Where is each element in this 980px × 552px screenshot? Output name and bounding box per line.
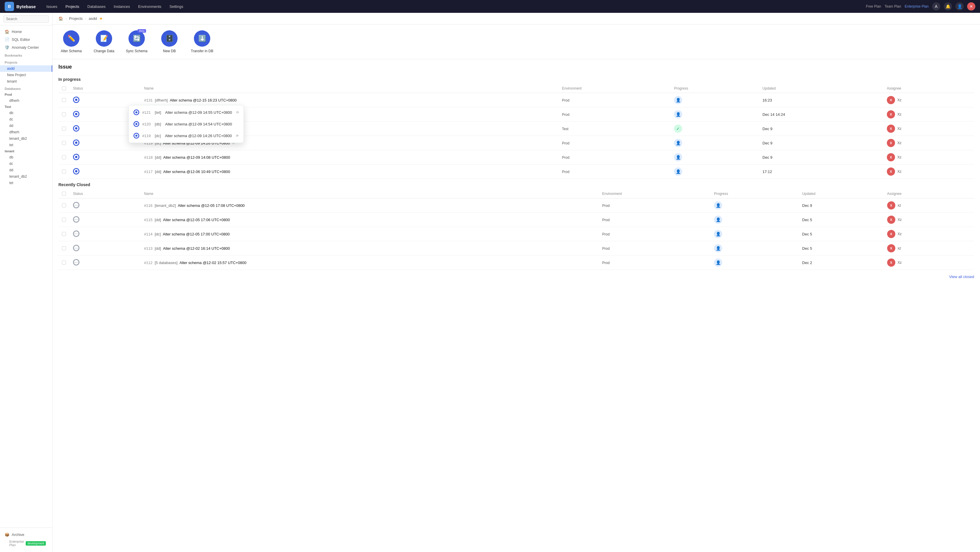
action-new-db[interactable]: 🗄️ New DB bbox=[158, 30, 181, 53]
row-checkbox[interactable] bbox=[62, 260, 66, 265]
nav-environments[interactable]: Environments bbox=[135, 3, 165, 11]
sidebar-db-dd-test[interactable]: dd bbox=[0, 122, 52, 129]
search-input[interactable] bbox=[3, 15, 49, 23]
th-assignee-closed: Assignee bbox=[884, 189, 974, 198]
nav-projects[interactable]: Projects bbox=[62, 3, 83, 11]
row-name[interactable]: #118 [dd] Alter schema @12-09 14:08 UTC+… bbox=[141, 150, 558, 165]
sidebar-db-tenant-db2-tenant[interactable]: tenant_db2 bbox=[0, 173, 52, 180]
row-assignee: X Xz bbox=[883, 136, 974, 150]
sidebar: 🏠 Home 📄 SQL Editor 🛡️ Anomaly Center Bo… bbox=[0, 13, 52, 552]
sidebar-item-anomaly-center[interactable]: 🛡️ Anomaly Center bbox=[0, 43, 52, 51]
dropdown-item-119[interactable]: #119 [dc] Alter schema @12-09 14:26 UTC+… bbox=[129, 130, 243, 141]
row-updated: Dec 5 bbox=[799, 241, 884, 255]
table-row[interactable]: #115 [dd] Alter schema @12-05 17:06 UTC+… bbox=[59, 213, 974, 227]
row-checkbox-cell bbox=[59, 255, 70, 270]
row-checkbox[interactable] bbox=[62, 246, 66, 250]
action-sync-schema[interactable]: Beta 🔄 Sync Schema bbox=[125, 30, 148, 53]
table-row[interactable]: #112 [5 databases] Alter schema @12-02 1… bbox=[59, 255, 974, 270]
row-checkbox[interactable] bbox=[62, 218, 66, 222]
user-avatar-btn[interactable]: 👤 bbox=[956, 2, 964, 11]
view-all-closed-link[interactable]: View all closed bbox=[949, 272, 974, 281]
translate-icon-btn[interactable]: A bbox=[932, 2, 940, 11]
sidebar-item-home[interactable]: 🏠 Home bbox=[0, 28, 52, 36]
sidebar-db-tenant-db2-test[interactable]: tenant_db2 bbox=[0, 135, 52, 142]
row-assignee: X xz bbox=[884, 198, 974, 213]
action-change-data[interactable]: 📝 Change Data bbox=[92, 30, 116, 53]
dropdown-status-icon-120 bbox=[134, 121, 139, 127]
assignee-avatar: X bbox=[887, 230, 895, 238]
logo[interactable]: B Bytebase bbox=[5, 2, 36, 11]
sidebar-db-dc-test[interactable]: dc bbox=[0, 116, 52, 122]
issue-tag: [dc] bbox=[155, 232, 161, 236]
dropdown-item-121[interactable]: #121 [tet] Alter schema @12-09 14:55 UTC… bbox=[129, 106, 243, 118]
sidebar-db-tet-test[interactable]: tet bbox=[0, 142, 52, 148]
home-breadcrumb-icon[interactable]: 🏠 bbox=[59, 16, 63, 21]
nav-issues[interactable]: Issues bbox=[43, 3, 61, 11]
sidebar-db-dd-tenant[interactable]: dd bbox=[0, 167, 52, 173]
sidebar-archive-item[interactable]: 📦 Archive bbox=[5, 531, 48, 538]
row-checkbox[interactable] bbox=[62, 170, 66, 174]
row-status bbox=[70, 241, 140, 255]
progress-icon: 👤 bbox=[714, 244, 722, 252]
enterprise-plan-footer: Enterprise Plan development bbox=[5, 538, 48, 549]
nav-settings[interactable]: Settings bbox=[166, 3, 187, 11]
assignee-avatar: X bbox=[887, 96, 895, 104]
table-row[interactable]: #114 [dc] Alter schema @12-05 17:00 UTC+… bbox=[59, 227, 974, 241]
row-name[interactable]: #117 [dd] Alter schema @12-06 10:49 UTC+… bbox=[141, 165, 558, 179]
dropdown-item-120[interactable]: #120 [db] Alter schema @12-09 14:54 UTC+… bbox=[129, 118, 243, 130]
breadcrumb-star-icon[interactable]: ★ bbox=[99, 16, 103, 21]
table-row[interactable]: #118 [dd] Alter schema @12-09 14:08 UTC+… bbox=[59, 150, 974, 165]
row-progress: ✓ bbox=[670, 122, 759, 136]
row-updated: Dec 9 bbox=[799, 198, 884, 213]
nav-databases[interactable]: Databases bbox=[84, 3, 109, 11]
row-checkbox-cell bbox=[59, 107, 70, 122]
sidebar-db-dfherh-prod[interactable]: dfherh bbox=[0, 97, 52, 104]
sidebar-db-dc-tenant[interactable]: dc bbox=[0, 160, 52, 167]
row-checkbox[interactable] bbox=[62, 98, 66, 102]
enterprise-plan-label[interactable]: Enterprise Plan bbox=[905, 5, 929, 8]
assignee-avatar: X bbox=[887, 168, 895, 176]
progress-icon: ✓ bbox=[674, 125, 682, 133]
breadcrumb-projects-link[interactable]: Projects bbox=[69, 16, 83, 21]
sidebar-db-tet-tenant[interactable]: tet bbox=[0, 180, 52, 186]
sidebar-db-dfherh-test[interactable]: dfherh bbox=[0, 129, 52, 135]
table-row[interactable]: #117 [dd] Alter schema @12-06 10:49 UTC+… bbox=[59, 165, 974, 179]
in-progress-title: In progress bbox=[59, 73, 974, 84]
row-checkbox[interactable] bbox=[62, 155, 66, 159]
sidebar-db-db-tenant[interactable]: db bbox=[0, 154, 52, 160]
row-checkbox[interactable] bbox=[62, 112, 66, 116]
row-name[interactable]: #116 [tenant_db2] Alter schema @12-05 17… bbox=[140, 198, 599, 213]
change-data-label: Change Data bbox=[94, 49, 115, 53]
sidebar-project-tenant[interactable]: tenant bbox=[0, 78, 52, 85]
action-transfer-db[interactable]: ⬇️ Transfer in DB bbox=[190, 30, 214, 53]
th-env-closed: Environment bbox=[599, 189, 711, 198]
nav-instances[interactable]: Instances bbox=[110, 3, 134, 11]
row-name[interactable]: #114 [dc] Alter schema @12-05 17:00 UTC+… bbox=[140, 227, 599, 241]
issue-tag: [dfherh] bbox=[155, 98, 168, 102]
row-checkbox[interactable] bbox=[62, 232, 66, 236]
row-name[interactable]: #113 [dd] Alter schema @12-02 16:14 UTC+… bbox=[140, 241, 599, 255]
select-all-checkbox[interactable] bbox=[62, 86, 66, 90]
action-alter-schema[interactable]: ✏️ Alter Schema bbox=[60, 30, 83, 53]
sidebar-item-sql-editor[interactable]: 📄 SQL Editor bbox=[0, 36, 52, 43]
issue-tag: [tenant_db2] bbox=[155, 203, 176, 208]
row-checkbox[interactable] bbox=[62, 203, 66, 208]
db-group-tenant: tenant bbox=[0, 148, 52, 154]
sidebar-db-db-test[interactable]: db bbox=[0, 110, 52, 116]
progress-icon: 👤 bbox=[674, 139, 682, 147]
row-name[interactable]: #115 [dd] Alter schema @12-05 17:06 UTC+… bbox=[140, 213, 599, 227]
issue-name-text: Alter schema @12-05 17:06 UTC+0800 bbox=[163, 218, 230, 222]
close-icon-btn[interactable]: ✕ bbox=[967, 2, 975, 11]
view-all-closed-container: View all closed bbox=[59, 270, 974, 274]
row-name[interactable]: #112 [5 databases] Alter schema @12-02 1… bbox=[140, 255, 599, 270]
notification-bell-icon-btn[interactable]: 🔔 bbox=[944, 2, 952, 11]
sidebar-project-new[interactable]: New Project bbox=[0, 72, 52, 78]
sidebar-project-asdd[interactable]: asdd bbox=[0, 65, 52, 72]
issue-name-text: Alter schema @12-05 17:00 UTC+0800 bbox=[163, 232, 230, 236]
assignee-avatar: X bbox=[887, 244, 895, 252]
table-row[interactable]: #116 [tenant_db2] Alter schema @12-05 17… bbox=[59, 198, 974, 213]
select-all-closed-checkbox[interactable] bbox=[62, 192, 66, 196]
row-checkbox[interactable] bbox=[62, 127, 66, 131]
table-row[interactable]: #113 [dd] Alter schema @12-02 16:14 UTC+… bbox=[59, 241, 974, 255]
row-checkbox[interactable] bbox=[62, 141, 66, 145]
